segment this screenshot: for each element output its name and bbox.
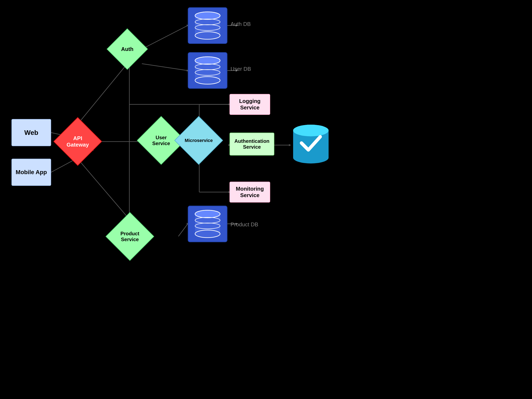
- auth-db-label: Auth DB: [231, 21, 251, 27]
- mobile-app-node: Mobile App: [12, 159, 51, 186]
- svg-point-45: [195, 57, 220, 64]
- auth-diamond: Auth: [107, 28, 148, 70]
- product-service-diamond: ProductService: [106, 212, 154, 261]
- authentication-service-label: AuthenticationService: [234, 138, 270, 150]
- svg-point-38: [195, 32, 220, 39]
- monitoring-service-label: MonitoringService: [236, 186, 264, 199]
- web-label: Web: [24, 129, 38, 136]
- logging-service-node: LoggingService: [229, 94, 270, 115]
- product-service-label: ProductService: [113, 220, 147, 253]
- product-db-label: Product DB: [231, 221, 258, 228]
- svg-point-44: [195, 77, 220, 84]
- svg-point-50: [195, 230, 220, 238]
- auth-db-box: [188, 7, 228, 44]
- auth-label: Auth: [113, 35, 141, 63]
- logging-service-label: LoggingService: [239, 98, 260, 111]
- azure-db-icon: [290, 119, 332, 165]
- svg-point-51: [195, 210, 220, 218]
- diagram: Web Mobile App APIGateway Auth UserServi…: [0, 0, 532, 399]
- svg-point-57: [293, 125, 329, 136]
- microservice-label: Microservice: [182, 124, 215, 157]
- mobile-label: Mobile App: [16, 169, 47, 176]
- authentication-service-node: AuthenticationService: [229, 133, 274, 155]
- svg-point-39: [195, 12, 220, 19]
- microservice-diamond: Microservice: [174, 116, 223, 165]
- svg-point-56: [293, 152, 329, 163]
- api-gateway-label: APIGateway: [61, 125, 95, 158]
- user-db-box: [188, 52, 228, 89]
- svg-line-10: [142, 26, 188, 49]
- svg-line-12: [142, 64, 188, 71]
- user-db-label: User DB: [231, 66, 251, 72]
- web-node: Web: [12, 119, 51, 146]
- api-gateway-diamond: APIGateway: [53, 117, 102, 166]
- product-db-box: [188, 206, 228, 242]
- svg-line-32: [178, 224, 188, 236]
- user-service-label: UserService: [144, 124, 178, 157]
- svg-line-4: [78, 64, 127, 124]
- monitoring-service-node: MonitoringService: [229, 182, 270, 203]
